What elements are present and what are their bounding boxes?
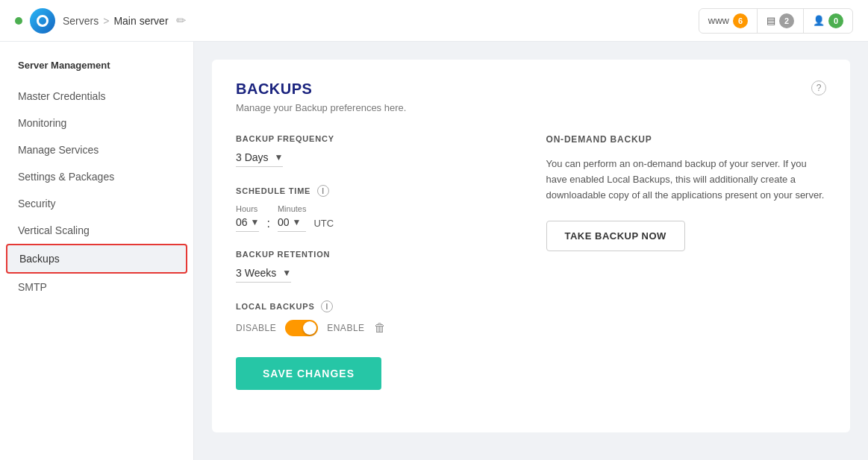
user-icon: 👤 [813,15,825,26]
minutes-arrow[interactable]: ▼ [293,217,302,227]
breadcrumb-separator: > [103,15,109,27]
badge-group: www 6 ▤ 2 👤 0 [699,8,853,34]
toggle-thumb [303,321,316,335]
save-changes-button[interactable]: SAVE CHANGES [236,357,381,390]
take-backup-now-button[interactable]: TAKE BACKUP NOW [546,221,685,251]
schedule-time-row: Hours 06 ▼ : Minutes 00 ▼ [236,204,516,232]
on-demand-text: You can perform an on-demand backup of y… [546,157,827,203]
backup-frequency-label: BACKUP FREQUENCY [236,134,516,143]
layout: Server Management Master Credentials Mon… [0,42,868,460]
help-icon[interactable]: ? [811,81,826,95]
sidebar-item-settings-packages[interactable]: Settings & Packages [0,163,193,190]
on-demand-title: ON-DEMAND BACKUP [546,134,827,145]
sidebar-item-monitoring[interactable]: Monitoring [0,110,193,136]
badge-doc[interactable]: ▤ 2 [758,9,804,33]
doc-icon: ▤ [766,15,775,26]
backup-frequency-value: 3 Days [236,151,269,163]
main-content: BACKUPS ? Manage your Backup preferences… [194,42,868,460]
backup-frequency-select[interactable]: 3 Days ▼ [236,151,283,167]
backup-retention-arrow[interactable]: ▼ [282,268,291,278]
breadcrumb-parent[interactable]: Servers [63,15,99,27]
right-col: ON-DEMAND BACKUP You can perform an on-d… [546,134,827,390]
local-backups-label: LOCAL BACKUPS i [236,300,516,312]
sidebar-item-backups[interactable]: Backups [6,244,187,274]
logo [30,8,55,34]
logo-inner [37,15,49,27]
disable-label: DISABLE [236,323,276,333]
sidebar: Server Management Master Credentials Mon… [0,42,194,460]
badge-www[interactable]: www 6 [699,9,758,33]
enable-label: ENABLE [327,323,364,333]
local-backups-toggle[interactable] [285,320,318,336]
page-title: BACKUPS [236,81,312,98]
page-header: BACKUPS ? [236,81,826,98]
schedule-time-info-icon[interactable]: i [317,185,329,197]
backup-retention-label: BACKUP RETENTION [236,250,516,259]
topnav-left: Servers > Main server ✏ [15,8,186,34]
content-card: BACKUPS ? Manage your Backup preferences… [212,60,850,432]
hours-select[interactable]: 06 ▼ [236,216,259,232]
minutes-label: Minutes [278,204,307,213]
doc-count: 2 [779,13,794,28]
status-dot [15,17,22,25]
user-count: 0 [828,13,843,28]
backup-frequency-arrow[interactable]: ▼ [275,152,284,163]
page-subtitle: Manage your Backup preferences here. [236,102,826,113]
timezone-label: UTC [313,218,334,229]
hours-value: 06 [236,216,248,228]
badge-user[interactable]: 👤 0 [804,9,852,33]
breadcrumb-current: Main server [113,15,168,27]
www-icon: www [708,15,729,26]
left-col: BACKUP FREQUENCY 3 Days ▼ SCHEDULE TIME … [236,134,516,390]
trash-icon[interactable]: 🗑 [374,321,386,335]
hours-label: Hours [236,204,259,213]
two-col: BACKUP FREQUENCY 3 Days ▼ SCHEDULE TIME … [236,134,826,390]
backup-retention-value: 3 Weeks [236,267,276,279]
www-count: 6 [733,13,748,28]
sidebar-item-manage-services[interactable]: Manage Services [0,136,193,163]
schedule-time-label: SCHEDULE TIME i [236,185,516,197]
hours-group: Hours 06 ▼ [236,204,259,232]
sidebar-item-master-credentials[interactable]: Master Credentials [0,83,193,110]
sidebar-item-security[interactable]: Security [0,190,193,217]
hours-arrow[interactable]: ▼ [251,217,260,227]
local-backups-row: DISABLE ENABLE 🗑 [236,320,516,336]
sidebar-item-smtp[interactable]: SMTP [0,274,193,300]
edit-icon[interactable]: ✏ [176,13,186,28]
local-backups-info-icon[interactable]: i [321,300,333,312]
sidebar-item-vertical-scaling[interactable]: Vertical Scaling [0,217,193,244]
minutes-select[interactable]: 00 ▼ [278,216,307,232]
minutes-group: Minutes 00 ▼ [278,204,307,232]
topnav-right: www 6 ▤ 2 👤 0 [699,8,853,34]
sidebar-title: Server Management [0,60,193,83]
time-colon: : [266,217,269,230]
backup-retention-select[interactable]: 3 Weeks ▼ [236,267,291,283]
minutes-value: 00 [278,216,290,228]
breadcrumb: Servers > Main server [63,15,169,27]
topnav: Servers > Main server ✏ www 6 ▤ 2 👤 0 [0,0,868,42]
